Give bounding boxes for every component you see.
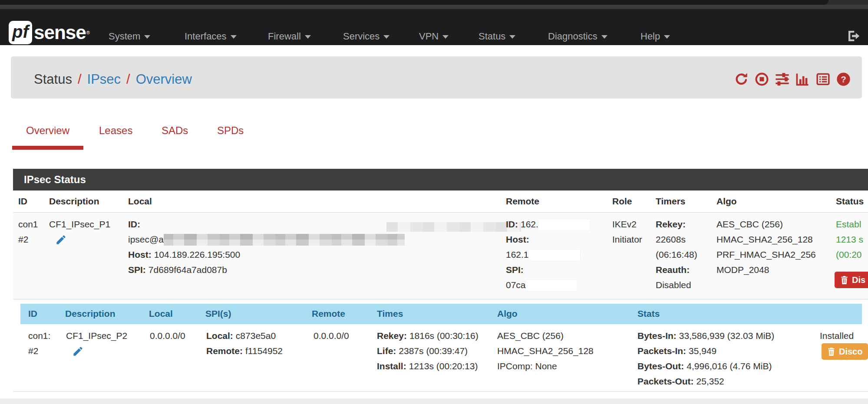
- redacted-area: [529, 250, 580, 261]
- active-tab-underline: [12, 146, 83, 150]
- chevron-down-icon: [305, 35, 311, 39]
- redacted-area: [538, 219, 590, 230]
- cell-remote: ID:162. Host: 162.1 SPI: 07ca: [506, 217, 590, 292]
- chevron-down-icon: [601, 35, 607, 39]
- breadcrumb-overview-link[interactable]: Overview: [136, 72, 192, 87]
- registered-mark: ®: [86, 30, 90, 35]
- bar-chart-icon[interactable]: [795, 72, 810, 86]
- nav-vpn[interactable]: VPN: [419, 31, 449, 42]
- cell-status: Establ 1213 s (00:20: [836, 217, 863, 262]
- top-navbar: pf sense ® COMMUNITY EDITION System Inte…: [0, 9, 868, 45]
- col-id: ID: [28, 309, 37, 319]
- cell-spis: Local:c873e5a0 Remote:f1154952: [206, 328, 283, 358]
- cell-id: con1#2: [18, 217, 38, 247]
- window-top-edge: [0, 0, 868, 5]
- chevron-down-icon: [509, 35, 515, 39]
- redacted-blur: [164, 234, 405, 246]
- col-stats: Stats: [637, 309, 660, 319]
- cell-algo: AES_CBC (256) HMAC_SHA2_256_128 PRF_HMAC…: [716, 217, 816, 277]
- breadcrumb-separator: /: [78, 72, 82, 87]
- cell-stats: Bytes-In:33,586,939 (32.03 MiB) Packets-…: [637, 328, 774, 389]
- breadcrumb-bar: Status / IPsec / Overview ?: [11, 56, 862, 99]
- col-id: ID: [18, 196, 27, 207]
- disconnect-p2-button[interactable]: Disco: [822, 343, 868, 360]
- col-description: Description: [65, 309, 116, 319]
- tab-leases[interactable]: Leases: [99, 125, 132, 137]
- window-top-strip: [0, 5, 868, 9]
- tab-spds[interactable]: SPDs: [217, 125, 244, 137]
- redacted-area: [526, 280, 577, 291]
- panel-title: IPsec Status: [24, 174, 86, 186]
- panel-header: IPsec Status: [13, 169, 868, 191]
- col-times: Times: [377, 309, 403, 319]
- chevron-down-icon: [144, 35, 150, 39]
- cell-timers: Rekey: 22608s (06:16:48) Reauth: Disable…: [656, 217, 697, 292]
- phase1-header-row: ID Description Local Remote Role Timers …: [13, 191, 868, 213]
- nav-interfaces[interactable]: Interfaces: [185, 31, 237, 42]
- chevron-down-icon: [442, 35, 449, 39]
- breadcrumb-status: Status: [34, 72, 72, 87]
- cell-description: CF1_IPsec_P1: [49, 217, 110, 246]
- nav-help[interactable]: Help: [640, 31, 670, 42]
- col-algo: Algo: [497, 309, 518, 319]
- help-icon[interactable]: ?: [836, 72, 851, 86]
- ipsec-status-panel: IPsec Status ID Description Local Remote…: [13, 169, 868, 398]
- nav-services[interactable]: Services: [343, 31, 389, 42]
- col-status: Status: [836, 196, 864, 207]
- breadcrumb: Status / IPsec / Overview: [34, 56, 192, 99]
- cell-remote: 0.0.0.0/0: [314, 328, 349, 343]
- disconnect-p1-button[interactable]: Dis: [835, 272, 868, 288]
- edit-pencil-icon[interactable]: [72, 345, 84, 357]
- tab-sads[interactable]: SADs: [162, 125, 188, 137]
- phase2-row: con1:#2 CF1_IPsec_P2 0.0.0.0/0 Local:c87…: [13, 324, 868, 392]
- page-bottom-background: [0, 398, 868, 404]
- nav-diagnostics[interactable]: Diagnostics: [548, 31, 607, 42]
- breadcrumb-separator: /: [126, 72, 130, 87]
- cell-status: Installed: [820, 328, 854, 343]
- col-spis: SPI(s): [205, 309, 231, 319]
- phase2-header-row: ID Description Local SPI(s) Remote Times…: [20, 304, 862, 324]
- redacted-blur: [386, 222, 521, 232]
- page-action-icons: ?: [734, 56, 851, 99]
- community-edition-label: COMMUNITY EDITION: [9, 46, 89, 53]
- svg-text:?: ?: [841, 74, 846, 84]
- pfsense-logo[interactable]: pf sense ®: [9, 21, 90, 44]
- col-role: Role: [612, 196, 632, 207]
- cell-id: con1:#2: [28, 328, 50, 358]
- nav-firewall[interactable]: Firewall: [268, 31, 311, 42]
- cell-description: CF1_IPsec_P2: [66, 328, 127, 357]
- sliders-icon[interactable]: [775, 72, 789, 86]
- edit-pencil-icon[interactable]: [55, 234, 67, 246]
- col-algo: Algo: [716, 196, 737, 207]
- sign-out-icon[interactable]: [847, 29, 861, 43]
- col-local: Local: [128, 196, 152, 207]
- sense-logo-text: sense: [34, 22, 86, 43]
- col-remote: Remote: [312, 309, 345, 319]
- nav-status[interactable]: Status: [479, 31, 515, 42]
- cell-times: Rekey:1816s (00:30:16) Life:2387s (00:39…: [377, 328, 479, 374]
- tab-overview[interactable]: Overview: [26, 125, 69, 137]
- breadcrumb-ipsec-link[interactable]: IPsec: [87, 72, 121, 87]
- log-list-icon[interactable]: [816, 72, 830, 86]
- col-timers: Timers: [656, 196, 686, 207]
- col-local: Local: [149, 309, 173, 319]
- col-description: Description: [49, 196, 99, 207]
- phase1-row: con1#2 CF1_IPsec_P1 ID: ipsec@a Host:104…: [13, 213, 868, 299]
- window-corner: [0, 0, 828, 5]
- refresh-icon[interactable]: [734, 72, 749, 86]
- cell-role: IKEv2Initiator: [612, 217, 642, 247]
- chevron-down-icon: [383, 35, 389, 39]
- stop-icon[interactable]: [755, 72, 769, 86]
- chevron-down-icon: [664, 35, 670, 39]
- cell-algo: AES_CBC (256) HMAC_SHA2_256_128 IPComp: …: [497, 328, 594, 374]
- col-remote: Remote: [506, 196, 539, 207]
- pf-logo-box: pf: [9, 21, 32, 44]
- cell-local: 0.0.0.0/0: [150, 328, 185, 343]
- pf-logo-text: pf: [12, 22, 29, 42]
- nav-system[interactable]: System: [109, 31, 150, 42]
- cell-local: ID: ipsec@a Host:104.189.226.195:500 SPI…: [128, 217, 405, 277]
- chevron-down-icon: [231, 35, 237, 39]
